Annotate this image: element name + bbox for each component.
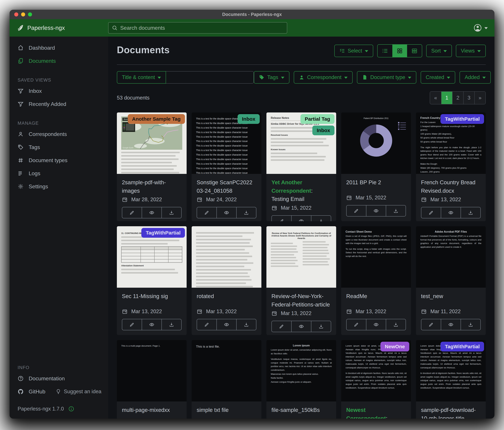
edit-button[interactable] [346, 205, 366, 216]
page-button-2[interactable]: 2 [452, 92, 463, 104]
zoom-window-button[interactable] [28, 12, 32, 17]
title-content-filter-button[interactable]: Title & content [117, 71, 166, 84]
info-circle-icon[interactable] [68, 406, 74, 412]
document-title[interactable]: Yet Another Correspondent: Testing Email [271, 178, 331, 203]
document-thumbnail[interactable]: Adobe Acrobat PDF FilesAdobe® Portable D… [416, 226, 486, 288]
grid-view-button[interactable] [392, 45, 407, 57]
tag-badge[interactable]: TagWithPartial [141, 228, 185, 238]
download-button[interactable] [311, 321, 331, 332]
app-brand[interactable]: Paperless-ngx [9, 24, 108, 32]
document-thumbnail[interactable]: Lorem ipsumLorem ipsum dolor sit amet, c… [266, 340, 336, 402]
page-button-»[interactable]: » [474, 92, 485, 104]
view-button[interactable] [291, 215, 311, 221]
sidebar-item-documentation[interactable]: Documentation [9, 372, 108, 385]
filter-button-added[interactable]: Added [459, 71, 491, 84]
list-view-button[interactable] [378, 45, 392, 57]
page-button-1[interactable]: 1 [441, 92, 452, 104]
download-button[interactable] [386, 205, 406, 216]
edit-button[interactable] [346, 319, 366, 330]
sort-button[interactable]: Sort [426, 45, 452, 57]
document-title[interactable]: simple txt file [197, 406, 256, 414]
select-button[interactable]: Select [334, 45, 373, 57]
detail-view-button[interactable] [407, 45, 422, 57]
document-thumbnail[interactable]: This is a multi page document. Page 1. [117, 340, 187, 402]
document-title[interactable]: Newest Correspondent: f_combineds [346, 406, 406, 419]
tag-badge[interactable]: Inbox [312, 126, 334, 135]
sidebar-item-github[interactable]: GitHub [9, 385, 45, 398]
minimize-window-button[interactable] [21, 12, 25, 17]
download-button[interactable] [236, 207, 256, 218]
document-thumbnail[interactable]: This is a test file. [192, 340, 261, 402]
document-title[interactable]: 2sample-pdf-with-images [122, 178, 181, 195]
filter-button-tags[interactable]: Tags [254, 71, 289, 84]
download-button[interactable] [162, 319, 181, 330]
filter-button-document-type[interactable]: Document type [357, 71, 416, 84]
view-button[interactable] [366, 205, 386, 216]
sidebar-item-documents[interactable]: Documents [9, 54, 108, 67]
document-thumbnail[interactable]: Patient BP Distribution 2011 [341, 112, 411, 174]
view-button[interactable] [441, 207, 461, 218]
document-thumbnail[interactable]: TagWithPartial French Country BreadFor t… [416, 112, 486, 174]
close-window-button[interactable] [14, 12, 18, 17]
sidebar-item-logs[interactable]: Logs [9, 167, 108, 180]
edit-button[interactable] [421, 319, 441, 330]
view-button[interactable] [291, 321, 311, 332]
filter-button-correspondent[interactable]: Correspondent [294, 71, 353, 84]
document-title[interactable]: multi-page-mixedxx [122, 406, 181, 414]
download-button[interactable] [386, 319, 406, 330]
tag-badge[interactable]: Inbox [238, 114, 260, 124]
correspondent-link[interactable]: Newest Correspondent [346, 407, 386, 419]
view-button[interactable] [441, 319, 461, 330]
title-content-input[interactable] [166, 71, 254, 84]
suggest-idea-link[interactable]: Suggest an idea [55, 389, 101, 395]
filter-button-created[interactable]: Created [421, 71, 455, 84]
document-thumbnail[interactable] [192, 226, 261, 288]
view-button[interactable] [216, 207, 237, 218]
document-title[interactable]: file-sample_150kBs [271, 406, 331, 414]
view-button[interactable] [366, 319, 386, 330]
tag-badge[interactable]: Partial Tag [300, 114, 334, 124]
tag-badge[interactable]: TagWithPartial [441, 114, 484, 124]
edit-button[interactable] [271, 215, 292, 221]
document-thumbnail[interactable]: Inbox This is a test for the double spac… [192, 112, 261, 174]
document-thumbnail[interactable]: Review of New York Federal Petitions for… [266, 226, 336, 288]
document-title[interactable]: sample-pdf-download-10-mb-longer-title [421, 406, 481, 419]
document-thumbnail[interactable]: Contact Sheet DemoGiven a set of image f… [341, 226, 411, 288]
document-title[interactable]: Review-of-New-York-Federal-Petitions-art… [271, 292, 331, 309]
view-button[interactable] [142, 207, 162, 218]
tag-badge[interactable]: NewOne [380, 342, 409, 351]
edit-button[interactable] [122, 207, 142, 218]
download-button[interactable] [236, 319, 256, 330]
download-button[interactable] [460, 319, 481, 330]
edit-button[interactable] [271, 321, 292, 332]
sidebar-item-tags[interactable]: Tags [9, 141, 108, 154]
document-title[interactable]: ReadMe [346, 292, 406, 300]
page-button-3[interactable]: 3 [463, 92, 474, 104]
document-title[interactable]: Sec 11-Missing sig [122, 292, 181, 300]
tag-badge[interactable]: Another Sample Tag [128, 114, 185, 124]
page-button-«[interactable]: « [430, 92, 441, 104]
document-title[interactable]: rotated [197, 292, 256, 300]
document-title[interactable]: Sonstige ScanPC2022 03-24_081058 [197, 178, 256, 195]
view-button[interactable] [216, 319, 237, 330]
document-title[interactable]: test_new [421, 292, 481, 300]
document-thumbnail[interactable]: Another Sample Tag Boundary Waters TripG… [117, 112, 187, 174]
document-title[interactable]: French Country Bread Revised.docx [421, 178, 481, 195]
search-input[interactable] [120, 25, 284, 31]
edit-button[interactable] [122, 319, 142, 330]
edit-button[interactable] [421, 207, 441, 218]
edit-button[interactable] [197, 207, 217, 218]
views-button[interactable]: Views [456, 45, 486, 57]
download-button[interactable] [460, 207, 481, 218]
sidebar-item-dashboard[interactable]: Dashboard [9, 41, 108, 54]
sidebar-item-document-types[interactable]: Document types [9, 154, 108, 167]
download-button[interactable] [162, 207, 181, 218]
sidebar-item-recently-added[interactable]: Recently Added [9, 97, 108, 111]
document-thumbnail[interactable]: NewOne Lorem ipsum dolor sit amet, conse… [341, 340, 411, 402]
document-thumbnail[interactable]: TagWithPartial 11. CONTINUING MEDICAL ED… [117, 226, 187, 288]
document-thumbnail[interactable]: TagWithPartial Lorem ipsum dolor sit ame… [416, 340, 486, 402]
sidebar-item-correspondents[interactable]: Correspondents [9, 128, 108, 141]
tag-badge[interactable]: TagWithPartial [441, 342, 484, 351]
document-title[interactable]: 2011 BP Pie 2 [346, 178, 406, 187]
edit-button[interactable] [197, 319, 217, 330]
